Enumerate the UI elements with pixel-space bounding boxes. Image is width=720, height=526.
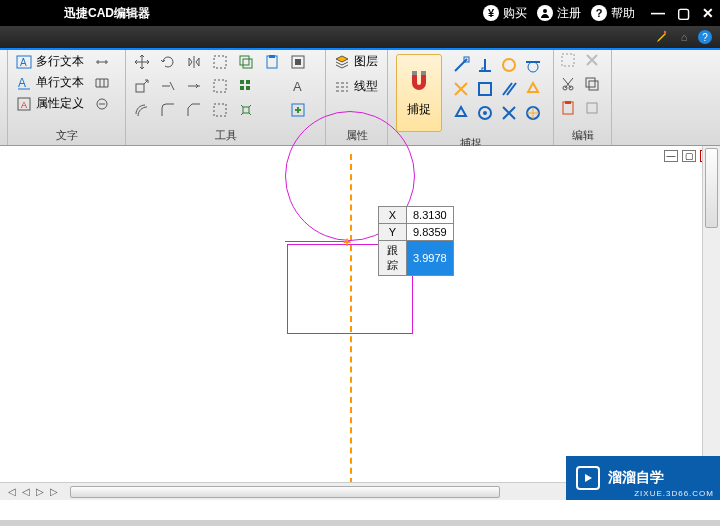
snap-insert-icon[interactable] xyxy=(474,102,496,124)
snap-cross-icon[interactable] xyxy=(450,78,472,100)
snap-node-icon[interactable] xyxy=(450,102,472,124)
svg-rect-44 xyxy=(587,103,597,113)
dim-icon[interactable] xyxy=(94,54,110,70)
svg-rect-13 xyxy=(269,55,275,58)
fillet-icon[interactable] xyxy=(158,100,178,120)
svg-rect-33 xyxy=(479,83,491,95)
coord-y-value[interactable]: 9.8359 xyxy=(407,224,454,241)
snap-mid-icon[interactable] xyxy=(474,78,496,100)
help-button[interactable]: ? 帮助 xyxy=(591,5,635,22)
svg-rect-17 xyxy=(214,80,226,92)
layer-button[interactable]: 图层 xyxy=(332,52,381,71)
svg-point-31 xyxy=(528,62,538,72)
scrollbar-thumb[interactable] xyxy=(70,486,500,498)
svg-rect-43 xyxy=(565,101,571,104)
coord-y-label: Y xyxy=(379,224,407,241)
svg-point-0 xyxy=(543,9,547,13)
snap-quadrant-icon[interactable] xyxy=(522,78,544,100)
vertical-scrollbar[interactable] xyxy=(702,146,720,480)
ltype-icon xyxy=(334,79,350,95)
yen-icon: ¥ xyxy=(483,5,499,21)
sheet-tabs[interactable]: ◁◁▷▷ xyxy=(0,486,66,497)
group-label: 工具 xyxy=(132,126,319,143)
mirror-icon[interactable] xyxy=(184,52,204,72)
align-icon[interactable] xyxy=(210,100,230,120)
mtext-button[interactable]: A 多行文本 xyxy=(14,52,119,71)
rotate-icon[interactable] xyxy=(158,52,178,72)
minimize-button[interactable]: — xyxy=(651,5,665,21)
array-icon[interactable] xyxy=(236,76,256,96)
move-icon[interactable] xyxy=(132,52,152,72)
svg-text:Α: Α xyxy=(293,79,302,94)
mtext-icon: A xyxy=(16,54,32,70)
play-icon xyxy=(576,466,600,490)
scrollbar-thumb[interactable] xyxy=(705,148,718,228)
copy2-icon[interactable] xyxy=(584,76,606,98)
explode-icon[interactable] xyxy=(236,100,256,120)
buy-button[interactable]: ¥ 购买 xyxy=(483,5,527,22)
snap-nearest-icon[interactable] xyxy=(498,102,520,124)
ltype-button[interactable]: 线型 xyxy=(332,77,381,96)
snap-center-icon[interactable] xyxy=(522,102,544,124)
offset-icon[interactable] xyxy=(132,100,152,120)
svg-rect-37 xyxy=(562,54,574,66)
snap-parallel-icon[interactable] xyxy=(498,78,520,100)
snap-endpoint-icon[interactable] xyxy=(450,54,472,76)
canvas[interactable]: ✕ + X 8.3130 Y 9.8359 跟踪 3.9978 xyxy=(0,146,720,500)
svg-rect-29 xyxy=(482,68,485,71)
home-icon[interactable]: ⌂ xyxy=(676,29,692,45)
text-tool-icon[interactable]: Α xyxy=(288,76,308,96)
help-icon[interactable]: ? xyxy=(698,30,712,44)
watermark-brand: 溜溜自学 xyxy=(608,469,664,487)
offset2-icon[interactable] xyxy=(210,76,230,96)
copy-icon[interactable] xyxy=(236,52,256,72)
ribbon-group-tools: Α 工具 xyxy=(126,48,326,145)
stext-button[interactable]: A 单行文本 xyxy=(14,73,119,92)
title-bar: 迅捷CAD编辑器 ¥ 购买 注册 ? 帮助 — ▢ ✕ xyxy=(0,0,720,26)
coordinate-panel: X 8.3130 Y 9.8359 跟踪 3.9978 xyxy=(378,206,454,276)
region-icon[interactable] xyxy=(210,52,230,72)
drawing-viewport[interactable]: — ▢ ✕ ✕ + X 8.3130 Y 9.8359 跟踪 3.9 xyxy=(0,146,720,500)
coord-track-value[interactable]: 3.9978 xyxy=(407,241,454,276)
ribbon-group-edit: 编辑 xyxy=(554,48,612,145)
gap2-icon[interactable] xyxy=(262,100,282,120)
ribbon-group-snap: 捕捉 捕捉 xyxy=(388,48,554,145)
cut-icon[interactable] xyxy=(560,76,582,98)
select-icon[interactable] xyxy=(560,52,582,74)
snap-tangent-icon[interactable] xyxy=(522,54,544,76)
app-title: 迅捷CAD编辑器 xyxy=(64,5,150,22)
snap-circle-icon[interactable] xyxy=(498,54,520,76)
watermark: 溜溜自学 ZIXUE.3D66.COM xyxy=(566,456,720,500)
delete-icon[interactable] xyxy=(584,52,606,74)
snap-perp-icon[interactable] xyxy=(474,54,496,76)
trim-icon[interactable] xyxy=(158,76,178,96)
extend-icon[interactable] xyxy=(184,76,204,96)
undo2-icon[interactable] xyxy=(584,100,606,122)
coord-x-value[interactable]: 8.3130 xyxy=(407,207,454,224)
attdef-button[interactable]: A 属性定义 xyxy=(14,94,119,113)
dim2-icon[interactable] xyxy=(94,75,110,91)
svg-rect-15 xyxy=(295,59,301,65)
chamfer-icon[interactable] xyxy=(184,100,204,120)
scale-icon[interactable] xyxy=(132,76,152,96)
ribbon-group-text: A 多行文本 A 单行文本 A 属性定义 文字 xyxy=(8,48,126,145)
svg-point-35 xyxy=(483,111,487,115)
dim3-icon[interactable] xyxy=(94,96,110,112)
layer-icon xyxy=(334,54,350,70)
block-icon[interactable] xyxy=(288,52,308,72)
magnet-icon xyxy=(405,69,433,97)
user-icon xyxy=(537,5,553,21)
edit-icon[interactable] xyxy=(654,29,670,45)
watermark-url: ZIXUE.3D66.COM xyxy=(634,489,714,498)
paste-icon[interactable] xyxy=(262,52,282,72)
paste2-icon[interactable] xyxy=(560,100,582,122)
svg-text:A: A xyxy=(20,57,27,68)
svg-rect-23 xyxy=(214,104,226,116)
snap-big-button[interactable]: 捕捉 xyxy=(396,54,442,132)
maximize-button[interactable]: ▢ xyxy=(677,5,690,21)
coord-x-label: X xyxy=(379,207,407,224)
insert-icon[interactable] xyxy=(288,100,308,120)
gap-icon[interactable] xyxy=(262,76,282,96)
register-button[interactable]: 注册 xyxy=(537,5,581,22)
close-button[interactable]: ✕ xyxy=(702,5,714,21)
